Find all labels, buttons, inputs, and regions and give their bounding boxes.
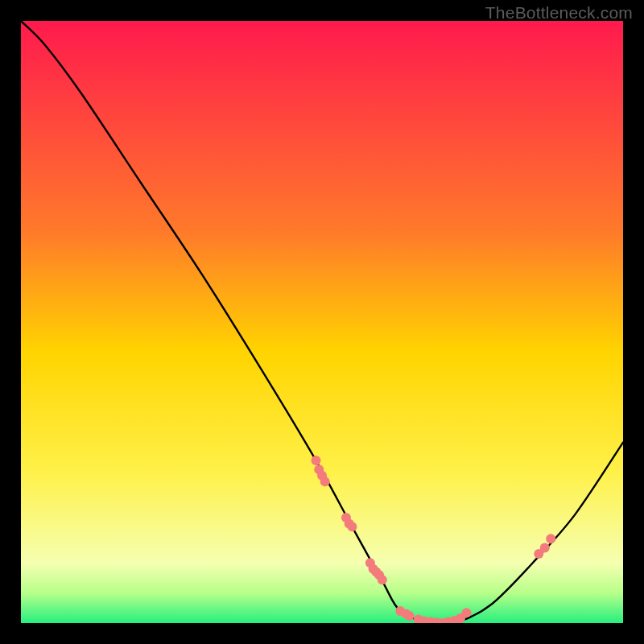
chart-container: TheBottleneck.com — [0, 0, 644, 644]
chart-svg — [21, 21, 623, 623]
data-marker — [546, 534, 555, 543]
gradient-background — [21, 21, 623, 623]
data-marker — [312, 456, 321, 465]
data-marker — [347, 522, 357, 531]
data-marker — [404, 611, 414, 621]
watermark-text: TheBottleneck.com — [485, 3, 633, 23]
data-marker — [378, 575, 387, 584]
plot-area — [21, 21, 623, 623]
data-marker — [320, 477, 330, 486]
data-marker — [540, 543, 550, 553]
data-marker — [462, 608, 472, 617]
